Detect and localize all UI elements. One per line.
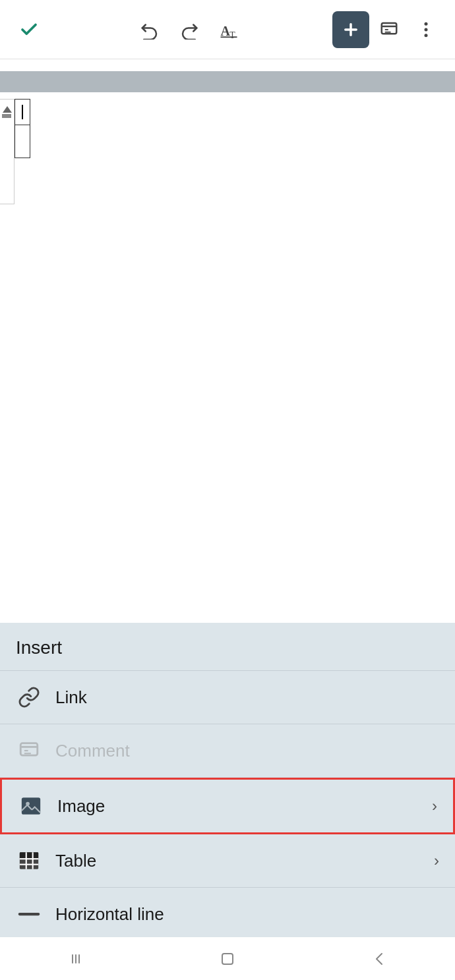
document-area[interactable] — [0, 59, 455, 623]
image-icon-container — [18, 793, 44, 819]
check-button[interactable] — [12, 13, 46, 47]
undo-button[interactable] — [133, 13, 167, 47]
insert-header-title: Insert — [16, 637, 62, 658]
table-cell-empty[interactable] — [15, 125, 30, 158]
toolbar: A T — [0, 0, 455, 59]
svg-text:T: T — [229, 30, 235, 40]
link-icon — [18, 686, 40, 708]
insert-item-comment: Comment — [0, 724, 455, 778]
horizontal-line-label: Horizontal line — [55, 904, 439, 925]
insert-item-link[interactable]: Link — [0, 671, 455, 724]
margin-triangle — [3, 106, 12, 113]
table-arrow-icon: › — [434, 851, 439, 870]
text-cursor — [22, 105, 23, 119]
toolbar-right — [332, 11, 443, 48]
redo-button[interactable] — [172, 13, 206, 47]
comment-icon-toolbar — [379, 20, 399, 40]
toolbar-center: A T — [133, 13, 246, 47]
doc-page — [0, 59, 455, 623]
doc-margin-indicator — [0, 99, 15, 204]
bottom-nav — [0, 937, 455, 980]
check-icon — [19, 20, 39, 40]
home-icon — [218, 949, 237, 969]
insert-item-table[interactable]: Table › — [0, 834, 455, 888]
image-label: Image — [57, 796, 432, 817]
link-icon-container — [16, 684, 42, 710]
more-icon — [416, 20, 436, 40]
insert-item-horizontal-line[interactable]: Horizontal line — [0, 888, 455, 941]
svg-point-11 — [425, 34, 428, 37]
table-icon-container — [16, 848, 42, 874]
svg-point-9 — [425, 22, 428, 25]
back-icon — [369, 949, 389, 969]
insert-panel: Insert Link Comment — [0, 623, 455, 937]
redo-icon — [179, 20, 199, 40]
svg-rect-27 — [78, 954, 80, 964]
nav-menu-button[interactable] — [56, 946, 96, 972]
svg-rect-25 — [72, 954, 73, 964]
undo-icon — [140, 20, 160, 40]
table-label: Table — [55, 851, 434, 871]
horizontal-line-icon-container — [16, 901, 42, 927]
toolbar-left — [12, 13, 46, 47]
table-cell-cursor[interactable] — [15, 100, 30, 125]
svg-rect-19 — [20, 852, 38, 859]
text-format-icon: A T — [219, 20, 239, 40]
image-arrow-icon: › — [432, 797, 437, 815]
plus-icon — [342, 20, 360, 39]
svg-rect-16 — [22, 797, 40, 815]
insert-panel-header: Insert — [0, 623, 455, 671]
table-icon — [18, 850, 40, 872]
table-row — [15, 125, 30, 158]
doc-header-bar — [0, 71, 455, 92]
svg-rect-26 — [75, 954, 76, 964]
text-format-button[interactable]: A T — [212, 13, 246, 47]
home-button[interactable] — [208, 946, 247, 972]
horizontal-line-icon — [18, 903, 40, 925]
back-button[interactable] — [359, 946, 399, 972]
nav-menu-icon — [66, 949, 86, 969]
doc-table[interactable] — [15, 99, 30, 158]
svg-point-10 — [425, 28, 428, 31]
svg-text:A: A — [221, 23, 231, 38]
link-label: Link — [55, 687, 439, 708]
comment-icon — [18, 739, 40, 762]
margin-rect — [2, 114, 11, 118]
comment-icon-container — [16, 737, 42, 764]
image-icon — [20, 795, 42, 817]
insert-item-image[interactable]: Image › — [0, 778, 455, 834]
table-row — [15, 100, 30, 125]
comment-button[interactable] — [372, 13, 406, 47]
comment-label: Comment — [55, 741, 439, 761]
svg-rect-28 — [222, 954, 233, 964]
add-button[interactable] — [332, 11, 369, 48]
more-button[interactable] — [409, 13, 443, 47]
